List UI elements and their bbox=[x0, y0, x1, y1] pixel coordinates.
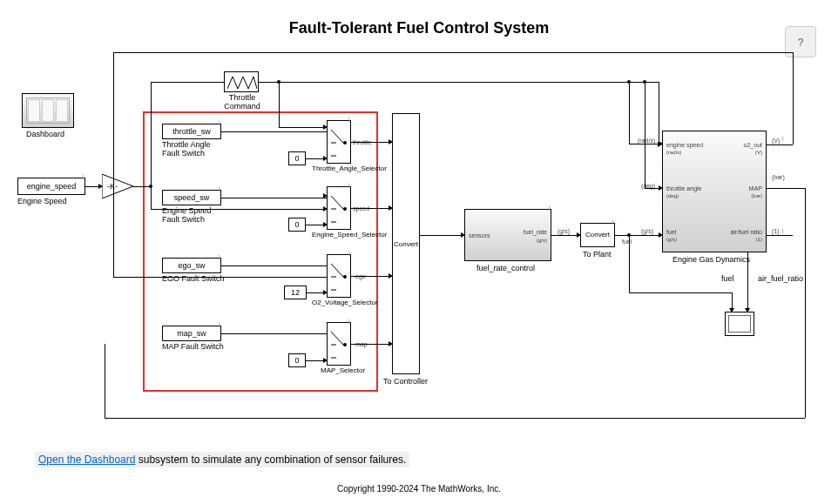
dashboard-label: Dashboard bbox=[26, 131, 64, 139]
fuel-rate-control-block[interactable]: sensors fuel_rate (g/s) bbox=[464, 209, 551, 261]
throttle-sw-block[interactable]: throttle_sw bbox=[162, 124, 221, 139]
gain-label: -K- bbox=[107, 182, 118, 191]
map-selector-label: MAP_Selector bbox=[321, 367, 365, 375]
wifi-icon: ⌇ bbox=[348, 117, 350, 124]
svg-line-1 bbox=[331, 130, 343, 143]
wifi-icon: ⌇ bbox=[612, 219, 614, 226]
footer-text: subsystem to simulate any combination of… bbox=[135, 454, 406, 466]
copyright: Copyright 1990-2024 The MathWorks, Inc. bbox=[0, 484, 838, 494]
wifi-icon: ⌇ bbox=[218, 322, 220, 329]
wifi-icon: ⌇ bbox=[781, 136, 784, 143]
open-dashboard-link[interactable]: Open the Dashboard bbox=[38, 454, 135, 466]
wifi-icon: ⌇ bbox=[218, 186, 220, 193]
wifi-icon: ⌇ bbox=[82, 174, 84, 181]
sig-bar: (bar) bbox=[772, 174, 785, 180]
out-fuel-label: fuel bbox=[721, 275, 734, 284]
dashboard-block[interactable] bbox=[22, 93, 74, 128]
speed-selector-block[interactable] bbox=[327, 186, 351, 230]
speed-selector-label: Engine_Speed_Selector bbox=[312, 232, 387, 239]
throttle-sw-label: Throttle Angle Fault Switch bbox=[162, 141, 211, 158]
wifi-icon: ⌇ bbox=[781, 228, 784, 235]
scope-block[interactable] bbox=[725, 312, 754, 336]
sig-fuel: fuel bbox=[622, 239, 632, 245]
wifi-icon: ⌇ bbox=[348, 183, 350, 190]
ego-selector-block[interactable] bbox=[327, 254, 351, 298]
wifi-icon: ⌇ bbox=[218, 120, 220, 127]
svg-point-16 bbox=[343, 343, 347, 346]
fuel-rate-control-label: fuel_rate_control bbox=[476, 265, 535, 273]
speed-sw-block[interactable]: speed_sw bbox=[162, 190, 221, 205]
wifi-icon: ⌇ bbox=[348, 319, 350, 326]
sig-gs-out: (g/s) bbox=[558, 228, 570, 234]
out-afr-label: air_fuel_ratio bbox=[758, 275, 803, 284]
ego-const-block[interactable]: 12 bbox=[284, 286, 307, 299]
svg-line-5 bbox=[331, 196, 343, 209]
svg-point-8 bbox=[343, 207, 347, 211]
sig-V: (V) bbox=[772, 138, 780, 144]
convert2-block[interactable]: Convert bbox=[580, 223, 615, 247]
svg-point-4 bbox=[343, 141, 347, 144]
convert2-label: To Plant bbox=[583, 251, 612, 259]
throttle-selector-block[interactable] bbox=[327, 120, 351, 164]
sig-rads: (rad/s) bbox=[638, 138, 655, 144]
convert1-block[interactable]: Convert bbox=[392, 113, 420, 374]
gain-block[interactable]: -K- bbox=[102, 174, 133, 198]
footer-note: Open the Dashboard subsystem to simulate… bbox=[35, 452, 409, 467]
speed-const-block[interactable]: 0 bbox=[288, 218, 306, 232]
wifi-icon: ⌇ bbox=[218, 254, 220, 261]
engine-speed-block[interactable]: engine_speed bbox=[17, 178, 85, 195]
engine-speed-text: engine_speed bbox=[27, 182, 77, 191]
engine-gas-dynamics-block[interactable]: engine speed (rad/s) throttle angle (deg… bbox=[662, 131, 767, 252]
diagram-title: Fault-Tolerant Fuel Control System bbox=[0, 19, 838, 37]
map-selector-block[interactable] bbox=[327, 322, 351, 366]
wifi-icon: ⌇ bbox=[348, 251, 350, 258]
throttle-command-block[interactable] bbox=[224, 71, 259, 92]
ego-selector-label: O2_Voltage_Selector bbox=[312, 299, 378, 307]
throttle-const-block[interactable]: 0 bbox=[288, 151, 306, 165]
map-const-block[interactable]: 0 bbox=[288, 353, 306, 367]
svg-line-13 bbox=[331, 332, 343, 345]
ego-sw-block[interactable]: ego_sw bbox=[162, 258, 221, 273]
engine-gas-dynamics-label: Engine Gas Dynamics bbox=[672, 256, 750, 265]
throttle-command-label: Throttle Command bbox=[222, 94, 262, 111]
map-sw-block[interactable]: map_sw bbox=[162, 326, 221, 341]
convert1-label: To Controller bbox=[383, 378, 428, 386]
throttle-selector-label: Throttle_Angle_Selector bbox=[312, 165, 387, 173]
map-sw-label: MAP Fault Switch bbox=[162, 343, 224, 352]
sig-gs-in: (g/s) bbox=[641, 228, 653, 234]
engine-speed-label: Engine Speed bbox=[17, 198, 67, 206]
svg-point-12 bbox=[343, 275, 347, 279]
sig-1: (1) bbox=[772, 228, 780, 234]
wifi-icon: ⌇ bbox=[548, 205, 551, 212]
svg-line-9 bbox=[331, 264, 343, 277]
